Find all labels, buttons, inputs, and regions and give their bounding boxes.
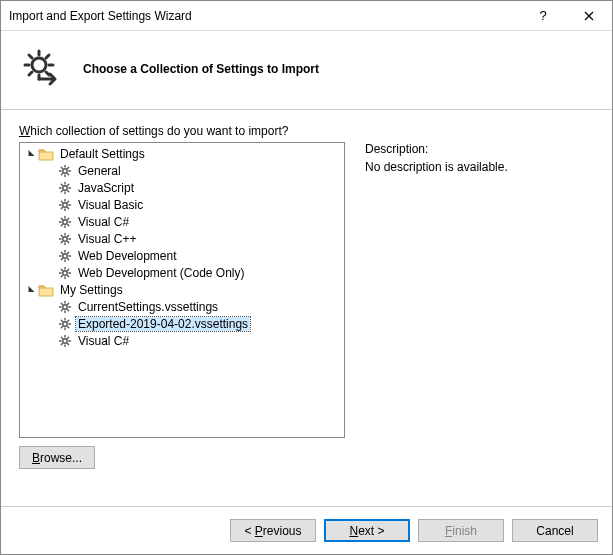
tree-item-label: Web Development bbox=[76, 249, 179, 263]
svg-point-5 bbox=[63, 236, 67, 240]
next-button[interactable]: Next > bbox=[324, 519, 410, 542]
tree-item[interactable]: Visual C++ bbox=[20, 230, 344, 247]
svg-point-2 bbox=[63, 185, 67, 189]
help-button[interactable]: ? bbox=[520, 1, 566, 31]
description-panel: Description: No description is available… bbox=[365, 142, 594, 506]
svg-point-3 bbox=[63, 202, 67, 206]
tree-item-label: Visual C# bbox=[76, 215, 131, 229]
svg-point-1 bbox=[63, 168, 67, 172]
svg-point-9 bbox=[63, 321, 67, 325]
tree-item-label: Visual Basic bbox=[76, 198, 145, 212]
titlebar: Import and Export Settings Wizard ? bbox=[1, 1, 612, 31]
gear-icon bbox=[19, 45, 67, 93]
tree-item[interactable]: Visual C# bbox=[20, 213, 344, 230]
wizard-footer: < Previous Next > Finish Cancel bbox=[1, 506, 612, 554]
tree-item-label: CurrentSettings.vssettings bbox=[76, 300, 220, 314]
svg-point-6 bbox=[63, 253, 67, 257]
cancel-button[interactable]: Cancel bbox=[512, 519, 598, 542]
prompt-label: Which collection of settings do you want… bbox=[19, 124, 594, 138]
tree-item[interactable]: Web Development bbox=[20, 247, 344, 264]
finish-button[interactable]: Finish bbox=[418, 519, 504, 542]
tree-item[interactable]: Exported-2019-04-02.vssettings bbox=[20, 315, 344, 332]
tree-group-default[interactable]: Default Settings bbox=[20, 145, 344, 162]
svg-point-0 bbox=[32, 58, 46, 72]
tree-item-label: Web Development (Code Only) bbox=[76, 266, 247, 280]
tree-group-label: My Settings bbox=[58, 283, 125, 297]
tree-item[interactable]: Web Development (Code Only) bbox=[20, 264, 344, 281]
description-label: Description: bbox=[365, 142, 594, 156]
tree-item-label: JavaScript bbox=[76, 181, 136, 195]
svg-point-7 bbox=[63, 270, 67, 274]
tree-item[interactable]: Visual C# bbox=[20, 332, 344, 349]
tree-item[interactable]: Visual Basic bbox=[20, 196, 344, 213]
svg-point-10 bbox=[63, 338, 67, 342]
content-area: Which collection of settings do you want… bbox=[1, 110, 612, 506]
previous-button[interactable]: < Previous bbox=[230, 519, 316, 542]
svg-point-8 bbox=[63, 304, 67, 308]
tree-item-label: General bbox=[76, 164, 123, 178]
tree-item-label: Exported-2019-04-02.vssettings bbox=[76, 317, 250, 331]
tree-item[interactable]: General bbox=[20, 162, 344, 179]
tree-group-my[interactable]: My Settings bbox=[20, 281, 344, 298]
window-title: Import and Export Settings Wizard bbox=[9, 9, 520, 23]
svg-point-4 bbox=[63, 219, 67, 223]
description-text: No description is available. bbox=[365, 160, 594, 174]
tree-item[interactable]: CurrentSettings.vssettings bbox=[20, 298, 344, 315]
close-button[interactable] bbox=[566, 1, 612, 31]
wizard-heading: Choose a Collection of Settings to Impor… bbox=[83, 62, 319, 76]
chevron-down-icon[interactable] bbox=[24, 149, 38, 158]
tree-group-label: Default Settings bbox=[58, 147, 147, 161]
chevron-down-icon[interactable] bbox=[24, 285, 38, 294]
tree-item[interactable]: JavaScript bbox=[20, 179, 344, 196]
tree-item-label: Visual C# bbox=[76, 334, 131, 348]
browse-button[interactable]: Browse... bbox=[19, 446, 95, 469]
close-icon bbox=[584, 11, 594, 21]
settings-tree[interactable]: Default SettingsGeneralJavaScriptVisual … bbox=[19, 142, 345, 438]
tree-item-label: Visual C++ bbox=[76, 232, 138, 246]
wizard-header: Choose a Collection of Settings to Impor… bbox=[1, 31, 612, 110]
